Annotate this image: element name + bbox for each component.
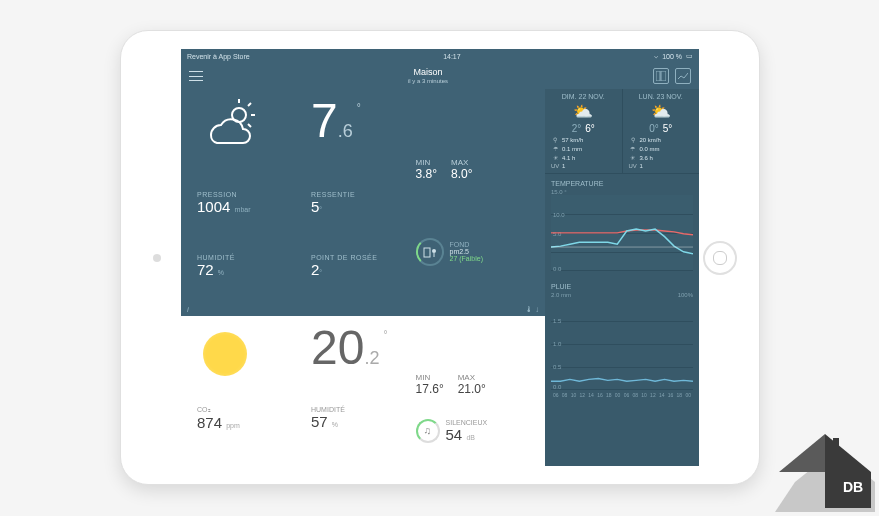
cloud-sun-icon: ⛅: [629, 102, 694, 121]
sun-hours-icon: ☀: [629, 154, 637, 161]
feels-label: RESSENTIE: [311, 191, 406, 198]
forecast-row[interactable]: DIM. 22 NOV. ⛅ 2°6° ⚲57 km/h ☂0.1 mm ☀4.…: [545, 89, 699, 174]
last-update: il y a 3 minutes: [408, 78, 448, 85]
wind-icon: ⚲: [551, 136, 559, 143]
uv-label: UV: [629, 163, 637, 169]
x-axis-labels: 06081012141618000608101214161800: [551, 390, 693, 398]
forecast-hi: 6°: [585, 123, 595, 134]
svg-marker-11: [825, 434, 871, 508]
temp-lines: [551, 195, 693, 267]
back-to-store[interactable]: Revenir à App Store: [187, 53, 250, 60]
max-label: MAX: [451, 158, 472, 167]
forecast-uv: 1: [562, 163, 565, 169]
indoor-temp-whole: 20: [311, 321, 364, 374]
forecast-date: LUN. 23 NOV.: [629, 93, 694, 100]
indoor-max: 21.0°: [458, 382, 486, 396]
rain-chart[interactable]: PLUIE 2.0 mm 100% 1.5 1.0 0.5 0.: [545, 277, 699, 404]
app-header: Maison il y a 3 minutes: [181, 63, 699, 89]
temp-dec: .6: [338, 121, 353, 141]
forecast-sun: 3.6 h: [640, 155, 653, 161]
indoor-max-label: MAX: [458, 373, 486, 382]
outdoor-min: 3.8°: [416, 167, 437, 181]
co2-value: 874: [197, 414, 222, 431]
rain-icon: ☂: [629, 145, 637, 152]
battery-icon: ▭: [686, 52, 693, 60]
fond-label: FOND: [450, 241, 483, 248]
forecast-lo: 2°: [572, 123, 582, 134]
forecast-rain: 0.0 mm: [640, 146, 660, 152]
side-panel: DIM. 22 NOV. ⛅ 2°6° ⚲57 km/h ☂0.1 mm ☀4.…: [545, 89, 699, 466]
battery-text: 100 %: [662, 53, 682, 60]
indoor-temp: 20.2°: [311, 326, 406, 402]
svg-marker-12: [779, 434, 825, 472]
svg-point-8: [432, 249, 436, 253]
building-tree-icon: [423, 246, 437, 258]
location-title[interactable]: Maison: [408, 68, 448, 78]
sound-ring: ♫: [416, 419, 440, 443]
music-note-icon: ♫: [424, 425, 432, 436]
sound-unit: dB: [466, 434, 475, 441]
thermometer-icon: 🌡 ↓: [525, 305, 539, 314]
outdoor-max: 8.0°: [451, 167, 472, 181]
chart-title: TEMPERATURE: [551, 180, 693, 187]
outdoor-panel: 7.6° MIN3.8° MAX8.0° PRESSION 1004 mbar …: [181, 89, 545, 316]
pressure-label: PRESSION: [197, 191, 301, 198]
svg-rect-0: [656, 71, 660, 81]
sound-label: SILENCIEUX: [446, 419, 488, 426]
outdoor-temp: 7.6°: [311, 99, 406, 187]
status-bar: Revenir à App Store 14:17 ⌵ 100 % ▭: [181, 49, 699, 63]
chart-title: PLUIE: [551, 283, 571, 290]
graph-button[interactable]: [675, 68, 691, 84]
fond-pm: pm2.5: [450, 248, 483, 255]
rain-line: [551, 298, 693, 385]
sun-icon: [197, 326, 301, 402]
svg-rect-1: [661, 71, 666, 81]
fond-value: 27 (Faible): [450, 255, 483, 262]
home-button[interactable]: [703, 241, 737, 275]
forecast-rain: 0.1 mm: [562, 146, 582, 152]
house-logo-icon: DB: [775, 430, 875, 512]
info-icon[interactable]: i: [187, 305, 189, 314]
svg-line-6: [248, 124, 251, 127]
forecast-wind: 57 km/h: [562, 137, 583, 143]
rain-icon: ☂: [551, 145, 559, 152]
svg-line-5: [248, 103, 251, 106]
forecast-uv: 1: [640, 163, 643, 169]
forecast-day-1[interactable]: LUN. 23 NOV. ⛅ 0°5° ⚲20 km/h ☂0.0 mm ☀3.…: [623, 89, 700, 173]
min-label: MIN: [416, 158, 437, 167]
forecast-hi: 5°: [663, 123, 673, 134]
forecast-sun: 4.1 h: [562, 155, 575, 161]
weather-icon-cloud-sun: [197, 99, 301, 187]
menu-button[interactable]: [189, 71, 203, 81]
humidity-value: 72: [197, 261, 214, 278]
status-time: 14:17: [443, 53, 461, 60]
humidity-unit: %: [218, 269, 224, 276]
co2-unit: ppm: [226, 422, 240, 429]
app-screen: Revenir à App Store 14:17 ⌵ 100 % ▭ Mais…: [181, 49, 699, 466]
forecast-lo: 0°: [649, 123, 659, 134]
pressure-value: 1004: [197, 198, 230, 215]
pressure-unit: mbar: [235, 206, 251, 213]
humidity-label: HUMIDITÉ: [197, 254, 301, 261]
indoor-min-label: MIN: [416, 373, 444, 382]
tablet-frame: Revenir à App Store 14:17 ⌵ 100 % ▭ Mais…: [120, 30, 760, 485]
indoor-temp-dec: .2: [364, 348, 379, 368]
camera-dot: [153, 254, 161, 262]
y-label: 0.0: [553, 384, 561, 390]
sun-hours-icon: ☀: [551, 154, 559, 161]
forecast-date: DIM. 22 NOV.: [551, 93, 616, 100]
forecast-day-0[interactable]: DIM. 22 NOV. ⛅ 2°6° ⚲57 km/h ☂0.1 mm ☀4.…: [545, 89, 623, 173]
wind-icon: ⚲: [629, 136, 637, 143]
temperature-chart[interactable]: TEMPERATURE 15.0 ° 10.0 5.0 0.0: [545, 174, 699, 277]
svg-text:DB: DB: [843, 479, 863, 495]
uv-label: UV: [551, 163, 559, 169]
temp-whole: 7: [311, 94, 338, 147]
svg-rect-7: [424, 248, 430, 257]
indoor-hum-label: HUMIDITÉ: [311, 406, 406, 413]
y-label: 0.0: [553, 266, 561, 272]
air-quality-ring[interactable]: [416, 238, 444, 266]
layout-button[interactable]: [653, 68, 669, 84]
bluetooth-icon: ⌵: [654, 52, 658, 60]
svg-rect-13: [833, 438, 839, 452]
forecast-wind: 20 km/h: [640, 137, 661, 143]
